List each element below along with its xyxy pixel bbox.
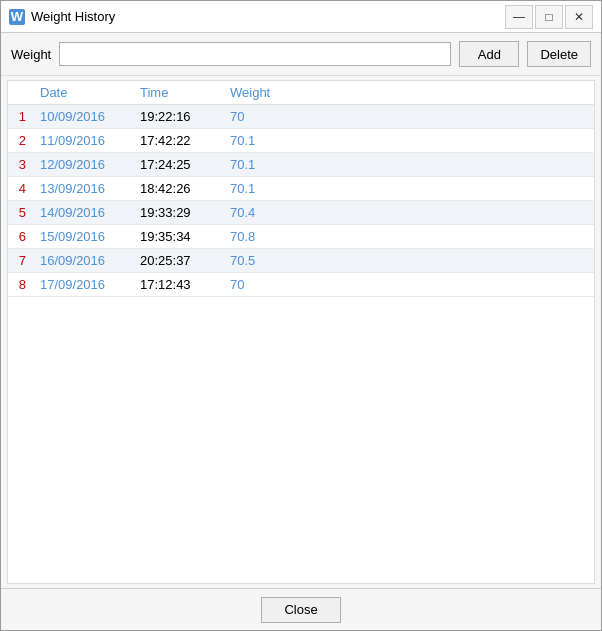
table-row[interactable]: 6 15/09/2016 19:35:34 70.8	[8, 225, 594, 249]
table-header-row: Date Time Weight	[8, 81, 594, 105]
cell-weight: 70.1	[222, 153, 594, 177]
cell-time: 19:22:16	[132, 105, 222, 129]
cell-weight: 70	[222, 105, 594, 129]
cell-date: 12/09/2016	[32, 153, 132, 177]
col-date: Date	[32, 81, 132, 105]
cell-time: 18:42:26	[132, 177, 222, 201]
close-button[interactable]: Close	[261, 597, 341, 623]
cell-index: 5	[8, 201, 32, 225]
table-body: 1 10/09/2016 19:22:16 70 2 11/09/2016 17…	[8, 105, 594, 297]
cell-time: 19:35:34	[132, 225, 222, 249]
toolbar: Weight Add Delete	[1, 33, 601, 76]
maximize-button[interactable]: □	[535, 5, 563, 29]
close-window-button[interactable]: ✕	[565, 5, 593, 29]
cell-weight: 70.1	[222, 177, 594, 201]
cell-time: 19:33:29	[132, 201, 222, 225]
cell-date: 10/09/2016	[32, 105, 132, 129]
col-time: Time	[132, 81, 222, 105]
cell-index: 4	[8, 177, 32, 201]
cell-date: 15/09/2016	[32, 225, 132, 249]
cell-time: 20:25:37	[132, 249, 222, 273]
content-area: Date Time Weight 1 10/09/2016 19:22:16 7…	[7, 80, 595, 584]
cell-index: 8	[8, 273, 32, 297]
table-row[interactable]: 3 12/09/2016 17:24:25 70.1	[8, 153, 594, 177]
cell-weight: 70.1	[222, 129, 594, 153]
add-button[interactable]: Add	[459, 41, 519, 67]
table-row[interactable]: 1 10/09/2016 19:22:16 70	[8, 105, 594, 129]
cell-date: 17/09/2016	[32, 273, 132, 297]
cell-time: 17:24:25	[132, 153, 222, 177]
cell-date: 14/09/2016	[32, 201, 132, 225]
title-bar-controls: — □ ✕	[505, 5, 593, 29]
cell-date: 16/09/2016	[32, 249, 132, 273]
cell-index: 1	[8, 105, 32, 129]
cell-index: 2	[8, 129, 32, 153]
table-row[interactable]: 8 17/09/2016 17:12:43 70	[8, 273, 594, 297]
cell-weight: 70.8	[222, 225, 594, 249]
cell-time: 17:12:43	[132, 273, 222, 297]
cell-date: 11/09/2016	[32, 129, 132, 153]
window-title: Weight History	[31, 9, 505, 24]
table-row[interactable]: 5 14/09/2016 19:33:29 70.4	[8, 201, 594, 225]
delete-button[interactable]: Delete	[527, 41, 591, 67]
table-row[interactable]: 4 13/09/2016 18:42:26 70.1	[8, 177, 594, 201]
app-icon: W	[9, 9, 25, 25]
footer: Close	[1, 588, 601, 630]
cell-weight: 70	[222, 273, 594, 297]
weight-table: Date Time Weight 1 10/09/2016 19:22:16 7…	[8, 81, 594, 297]
col-weight: Weight	[222, 81, 594, 105]
table-row[interactable]: 7 16/09/2016 20:25:37 70.5	[8, 249, 594, 273]
weight-input[interactable]	[59, 42, 451, 66]
cell-date: 13/09/2016	[32, 177, 132, 201]
title-bar: W Weight History — □ ✕	[1, 1, 601, 33]
cell-time: 17:42:22	[132, 129, 222, 153]
cell-index: 7	[8, 249, 32, 273]
table-row[interactable]: 2 11/09/2016 17:42:22 70.1	[8, 129, 594, 153]
weight-label: Weight	[11, 47, 51, 62]
cell-index: 3	[8, 153, 32, 177]
cell-weight: 70.4	[222, 201, 594, 225]
col-index	[8, 81, 32, 105]
cell-weight: 70.5	[222, 249, 594, 273]
minimize-button[interactable]: —	[505, 5, 533, 29]
main-window: W Weight History — □ ✕ Weight Add Delete…	[0, 0, 602, 631]
cell-index: 6	[8, 225, 32, 249]
